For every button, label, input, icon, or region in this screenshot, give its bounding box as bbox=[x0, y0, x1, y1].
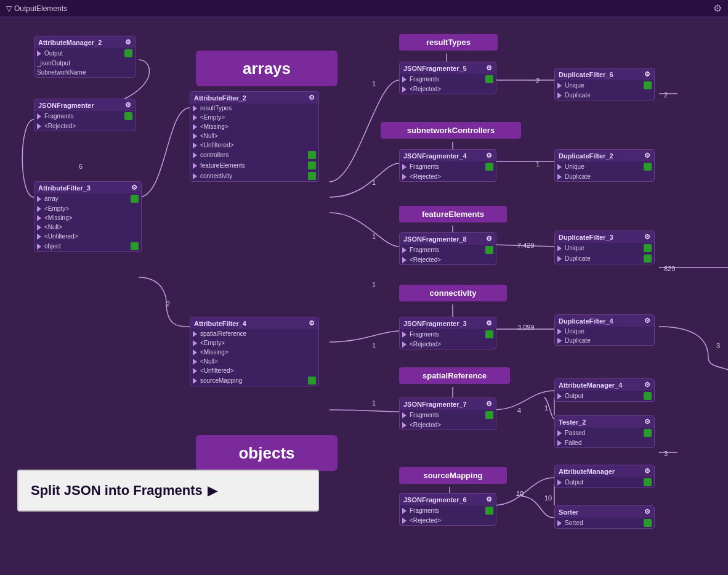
node-row-output: Output bbox=[34, 48, 135, 59]
port-connectivity-af2[interactable] bbox=[308, 172, 316, 180]
node-row-connectivity-af2: connectivity bbox=[190, 171, 318, 181]
label-spatial-reference: spatialReference bbox=[399, 367, 510, 384]
node-row-rejected-jf5: <Rejected> bbox=[400, 84, 496, 94]
node-row-fragments-jf7: Fragments bbox=[400, 410, 496, 420]
node-duplicate-filter-3: DuplicateFilter_3 ⚙ Unique Duplicate bbox=[554, 230, 655, 264]
gear-icon-top[interactable]: ⚙ bbox=[713, 2, 722, 14]
node-duplicate-filter-4: DuplicateFilter_4 ⚙ Unique Duplicate bbox=[554, 314, 655, 346]
node-json-fragmenter-5: JSONFragmenter_5 ⚙ Fragments <Rejected> bbox=[399, 62, 496, 94]
node-label-attribute-filter-4: AttributeFilter_4 bbox=[194, 320, 246, 327]
port-featureelements-af2[interactable] bbox=[308, 161, 316, 169]
collapse-icon-output[interactable] bbox=[37, 51, 41, 57]
port-unique-df6[interactable] bbox=[644, 81, 652, 89]
num-1-jf3b: 1 bbox=[372, 342, 376, 349]
node-row-rejected-jf3: <Rejected> bbox=[400, 340, 496, 349]
node-row-null-af2: <Null> bbox=[190, 131, 318, 141]
label-connectivity: connectivity bbox=[399, 285, 507, 301]
num-1-jf8: 1 bbox=[372, 233, 376, 240]
gear-icon-json-fragmenter[interactable]: ⚙ bbox=[125, 101, 131, 109]
port-fragments-jf6[interactable] bbox=[485, 507, 493, 515]
node-row-fragments-jf6: Fragments bbox=[400, 505, 496, 516]
node-header-df6: DuplicateFilter_6 ⚙ bbox=[555, 68, 654, 80]
gear-icon-jf6[interactable]: ⚙ bbox=[486, 495, 492, 504]
gear-icon-tester2[interactable]: ⚙ bbox=[644, 418, 650, 426]
port-fragments-jf5[interactable] bbox=[485, 75, 493, 83]
gear-icon-jf4[interactable]: ⚙ bbox=[486, 152, 492, 160]
node-header-sorter: Sorter ⚙ bbox=[555, 506, 654, 518]
node-row-rejected-jf8: <Rejected> bbox=[400, 255, 496, 264]
node-row-unique-df2: Unique bbox=[555, 161, 654, 172]
node-label-am: AttributeManager bbox=[559, 468, 615, 475]
port-object[interactable] bbox=[131, 242, 139, 250]
gear-icon-df6[interactable]: ⚙ bbox=[644, 70, 650, 78]
gear-icon-jf5[interactable]: ⚙ bbox=[486, 64, 492, 72]
gear-icon-df4[interactable]: ⚙ bbox=[644, 317, 650, 325]
gear-icon-jf3[interactable]: ⚙ bbox=[486, 319, 492, 327]
node-label-attribute-manager-2: AttributeManager_2 bbox=[38, 39, 102, 46]
gear-icon-attribute-filter-2[interactable]: ⚙ bbox=[309, 94, 315, 102]
node-label-attribute-filter-3: AttributeFilter_3 bbox=[38, 184, 91, 192]
label-subnetwork-controllers: subnetworkControllers bbox=[381, 122, 521, 139]
port-output-am4[interactable] bbox=[644, 392, 652, 400]
node-row-duplicate-df6: Duplicate bbox=[555, 91, 654, 100]
node-row-missing-af3: <Missing> bbox=[34, 213, 141, 222]
gear-icon-df3[interactable]: ⚙ bbox=[644, 233, 650, 241]
node-header-df2: DuplicateFilter_2 ⚙ bbox=[555, 150, 654, 161]
node-label-jf4: JSONFragmenter_4 bbox=[403, 152, 467, 160]
num-2-df6: 2 bbox=[536, 77, 540, 84]
node-row-output-am4: Output bbox=[555, 391, 654, 401]
port-duplicate-df3[interactable] bbox=[644, 255, 652, 263]
port-fragments-jf7[interactable] bbox=[485, 411, 493, 419]
num-10-sorter: 10 bbox=[544, 494, 552, 502]
port-fragments-jf3[interactable] bbox=[485, 330, 493, 338]
port-fragments-jf[interactable] bbox=[124, 112, 132, 120]
node-header-attribute-manager-2: AttributeManager_2 ⚙ bbox=[34, 36, 135, 48]
port-unique-df2[interactable] bbox=[644, 163, 652, 171]
port-fragments-jf4[interactable] bbox=[485, 163, 493, 171]
node-row-empty-af4: <Empty> bbox=[190, 338, 318, 348]
num-1-jf7: 1 bbox=[372, 399, 376, 407]
collapse-icon[interactable]: ▽ bbox=[6, 4, 12, 13]
node-row-unfiltered-af3: <Unfiltered> bbox=[34, 232, 141, 241]
node-label-jf6: JSONFragmenter_6 bbox=[403, 496, 467, 504]
gear-icon-attribute-manager-2[interactable]: ⚙ bbox=[125, 38, 131, 46]
gear-icon-attribute-filter-4[interactable]: ⚙ bbox=[309, 319, 315, 327]
port-output-am[interactable] bbox=[644, 478, 652, 486]
node-row-fragments-jf3: Fragments bbox=[400, 329, 496, 340]
gear-icon-sorter[interactable]: ⚙ bbox=[644, 508, 650, 516]
node-row-subnetworkname: SubnetworkName bbox=[34, 68, 135, 77]
gear-icon-df2[interactable]: ⚙ bbox=[644, 152, 650, 160]
top-bar: ▽ OutputElements ⚙ bbox=[0, 0, 728, 17]
node-header-am4: AttributeManager_4 ⚙ bbox=[555, 379, 654, 391]
node-label-attribute-filter-2: AttributeFilter_2 bbox=[194, 94, 246, 102]
label-source-mapping-text: sourceMapping bbox=[423, 471, 482, 480]
gear-icon-jf7[interactable]: ⚙ bbox=[486, 400, 492, 408]
gear-icon-am4[interactable]: ⚙ bbox=[644, 381, 650, 389]
label-resulttypes: resultTypes bbox=[399, 34, 498, 51]
port-sorted-sorter[interactable] bbox=[644, 519, 652, 527]
port-fragments-jf8[interactable] bbox=[485, 246, 493, 254]
gear-icon-am[interactable]: ⚙ bbox=[644, 467, 650, 475]
port-array[interactable] bbox=[131, 195, 139, 203]
node-attribute-filter-4: AttributeFilter_4 ⚙ spatialReference <Em… bbox=[190, 317, 319, 386]
label-resulttypes-text: resultTypes bbox=[426, 38, 471, 47]
node-attribute-manager-2: AttributeManager_2 ⚙ Output _jsonOutput … bbox=[34, 36, 135, 78]
num-2-right: 2 bbox=[664, 91, 668, 99]
node-row-unique-df6: Unique bbox=[555, 80, 654, 91]
node-row-sorted-sorter: Sorted bbox=[555, 518, 654, 528]
node-json-fragmenter-8: JSONFragmenter_8 ⚙ Fragments <Rejected> bbox=[399, 232, 496, 265]
gear-icon-attribute-filter-3[interactable]: ⚙ bbox=[131, 184, 137, 192]
label-subnetwork-controllers-text: subnetworkControllers bbox=[407, 126, 495, 135]
port-unique-df3[interactable] bbox=[644, 244, 652, 252]
port-passed-tester2[interactable] bbox=[644, 429, 652, 437]
node-row-rejected-jf6: <Rejected> bbox=[400, 516, 496, 525]
num-10-am: 10 bbox=[516, 490, 524, 497]
label-split-json-text: Split JSON into Fragments bbox=[31, 483, 203, 499]
port-output[interactable] bbox=[124, 49, 132, 57]
port-controllers-af2[interactable] bbox=[308, 151, 316, 159]
gear-icon-jf8[interactable]: ⚙ bbox=[486, 235, 492, 243]
node-row-empty-af3: <Empty> bbox=[34, 204, 141, 213]
port-sourcemapping-af4[interactable] bbox=[308, 377, 316, 385]
node-attribute-filter-2: AttributeFilter_2 ⚙ resultTypes <Empty> … bbox=[190, 91, 319, 182]
num-3-failed: 3 bbox=[664, 450, 668, 457]
